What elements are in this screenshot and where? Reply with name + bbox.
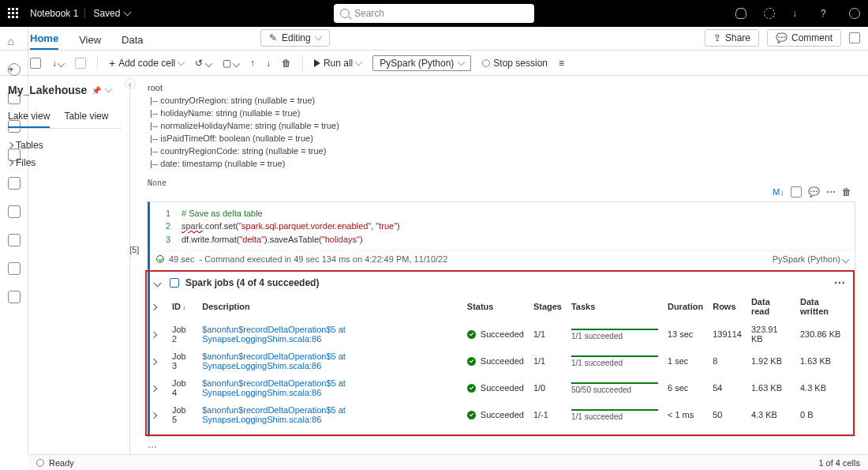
settings-icon[interactable] xyxy=(75,58,86,69)
move-up-icon[interactable]: ↑ xyxy=(250,58,255,69)
share-label: Share xyxy=(725,32,750,43)
tab-data[interactable]: Data xyxy=(122,34,143,50)
delete-icon[interactable]: 🗑 xyxy=(282,58,291,69)
editing-label: Editing xyxy=(282,32,311,43)
global-search[interactable]: Search xyxy=(334,4,534,23)
download-icon[interactable]: ↓ xyxy=(52,58,64,69)
queue-icon[interactable]: ≡ xyxy=(559,58,570,69)
comment-icon: 💬 xyxy=(776,32,788,43)
notebook-toolbar: ↓ + Add code cell ↺ ▢ ↑ ↓ 🗑 Run all PySp… xyxy=(0,51,868,76)
feedback-smile-icon[interactable] xyxy=(849,8,860,19)
saved-label: Saved xyxy=(93,8,120,19)
chevron-down-icon xyxy=(458,58,466,66)
add-icon[interactable]: + xyxy=(8,63,21,76)
save-icon[interactable] xyxy=(30,58,41,69)
add-code-cell-button[interactable]: + Add code cell xyxy=(109,57,184,70)
stop-session-label: Stop session xyxy=(493,58,548,69)
add-code-cell-label: Add code cell xyxy=(118,58,175,69)
play-icon xyxy=(314,59,320,67)
save-status[interactable]: Saved xyxy=(84,8,130,19)
help-icon[interactable]: ? xyxy=(821,8,832,19)
notifications-icon[interactable] xyxy=(735,8,746,19)
notebook-name[interactable]: Notebook 1 xyxy=(30,8,78,19)
separator xyxy=(302,56,303,70)
chevron-down-icon xyxy=(178,58,185,66)
run-all-button[interactable]: Run all xyxy=(314,58,361,69)
language-label: PySpark (Python) xyxy=(380,58,454,69)
move-down-icon[interactable]: ↓ xyxy=(266,58,271,69)
comment-label: Comment xyxy=(791,32,832,43)
settings-gear-icon[interactable] xyxy=(764,8,775,19)
user-add-icon[interactable] xyxy=(849,32,860,43)
chevron-down-icon xyxy=(124,9,132,17)
separator xyxy=(97,56,98,70)
app-launcher-icon[interactable] xyxy=(8,8,19,19)
search-placeholder: Search xyxy=(354,8,384,19)
stop-icon xyxy=(482,59,490,67)
share-button[interactable]: ⇪ Share xyxy=(705,29,759,47)
clipboard-icon[interactable]: ▢ xyxy=(223,58,239,69)
undo-icon[interactable]: ↺ xyxy=(195,58,211,69)
edit-icon: ✎ xyxy=(269,32,277,43)
language-dropdown[interactable]: PySpark (Python) xyxy=(372,55,471,71)
tab-home[interactable]: Home xyxy=(30,32,58,50)
editing-mode-pill[interactable]: ✎ Editing xyxy=(260,29,330,47)
plus-icon: + xyxy=(109,57,115,70)
chevron-down-icon xyxy=(314,33,322,41)
chevron-down-icon xyxy=(355,58,363,66)
search-icon xyxy=(340,9,350,18)
ribbon-tabs: Home View Data ✎ Editing ⇪ Share 💬 Comme… xyxy=(0,27,868,51)
download-icon[interactable]: ↓ xyxy=(792,8,803,19)
comment-button[interactable]: 💬 Comment xyxy=(767,29,841,47)
stop-session-button[interactable]: Stop session xyxy=(482,58,548,69)
run-all-label: Run all xyxy=(324,58,353,69)
app-header: Notebook 1 Saved Search ↓ ? xyxy=(0,0,868,27)
share-icon: ⇪ xyxy=(713,32,721,43)
tab-view[interactable]: View xyxy=(79,34,101,50)
